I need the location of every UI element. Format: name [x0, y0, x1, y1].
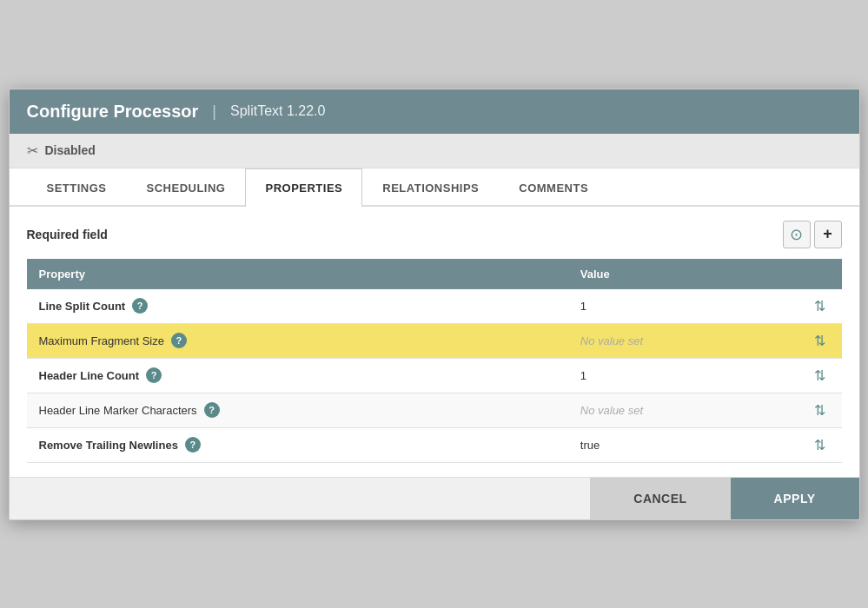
property-name: Remove Trailing Newlines [39, 439, 178, 452]
property-name: Line Split Count [39, 300, 126, 313]
help-icon[interactable]: ? [185, 437, 201, 453]
modal-footer: CANCEL APPLY [10, 477, 859, 519]
check-icon: ⊙ [790, 225, 803, 244]
property-value[interactable]: No value set [568, 393, 798, 427]
verify-button[interactable]: ⊙ [783, 221, 811, 248]
col-value: Value [568, 259, 798, 289]
property-value[interactable]: 1 [568, 358, 798, 393]
header-divider: | [212, 102, 216, 121]
sort-icon[interactable]: ⇅ [814, 403, 825, 418]
apply-button[interactable]: APPLY [731, 478, 859, 519]
property-name: Header Line Count [39, 369, 140, 382]
property-value[interactable]: true [568, 427, 798, 462]
property-name: Maximum Fragment Size [39, 334, 164, 347]
processor-version: SplitText 1.22.0 [230, 103, 325, 119]
tab-scheduling[interactable]: SCHEDULING [127, 169, 246, 207]
tab-relationships[interactable]: RELATIONSHIPS [362, 169, 499, 207]
table-row: Line Split Count?1⇅ [27, 289, 842, 324]
sort-icon[interactable]: ⇅ [814, 334, 825, 348]
required-field-row: Required field ⊙ + [27, 221, 842, 248]
sort-icon[interactable]: ⇅ [814, 299, 825, 314]
properties-table: Property Value Line Split Count?1⇅Maximu… [27, 259, 842, 463]
modal-header: Configure Processor | SplitText 1.22.0 [10, 89, 859, 134]
content-area: Required field ⊙ + Property Value Line S… [10, 207, 859, 477]
table-row: Header Line Marker Characters?No value s… [27, 393, 842, 427]
add-icon: + [823, 225, 832, 243]
property-value[interactable]: 1 [568, 289, 798, 324]
sort-icon[interactable]: ⇅ [814, 438, 825, 453]
tab-settings[interactable]: SETTINGS [27, 169, 127, 207]
help-icon[interactable]: ? [171, 333, 187, 348]
tab-properties[interactable]: PROPERTIES [245, 169, 362, 207]
status-bar: ✂ Disabled [10, 134, 859, 169]
help-icon[interactable]: ? [132, 298, 148, 314]
property-name: Header Line Marker Characters [39, 404, 197, 417]
tabs-bar: SETTINGS SCHEDULING PROPERTIES RELATIONS… [10, 169, 859, 207]
tab-comments[interactable]: COMMENTS [499, 169, 608, 207]
col-property: Property [27, 259, 568, 289]
status-label: Disabled [45, 143, 96, 157]
table-row: Maximum Fragment Size?No value set⇅ [27, 323, 842, 358]
cancel-button[interactable]: CANCEL [590, 478, 730, 519]
table-row: Remove Trailing Newlines?true⇅ [27, 427, 842, 462]
modal-title: Configure Processor [27, 102, 199, 122]
sort-icon[interactable]: ⇅ [814, 368, 825, 383]
modal-dialog: Configure Processor | SplitText 1.22.0 ✂… [9, 89, 860, 520]
required-field-label: Required field [27, 228, 108, 241]
disabled-icon: ✂ [27, 142, 38, 159]
help-icon[interactable]: ? [146, 367, 162, 383]
toolbar-icons: ⊙ + [783, 221, 842, 248]
property-value[interactable]: No value set [568, 323, 798, 358]
col-actions [798, 259, 842, 289]
help-icon[interactable]: ? [204, 402, 220, 418]
add-property-button[interactable]: + [814, 221, 842, 248]
table-row: Header Line Count?1⇅ [27, 358, 842, 393]
